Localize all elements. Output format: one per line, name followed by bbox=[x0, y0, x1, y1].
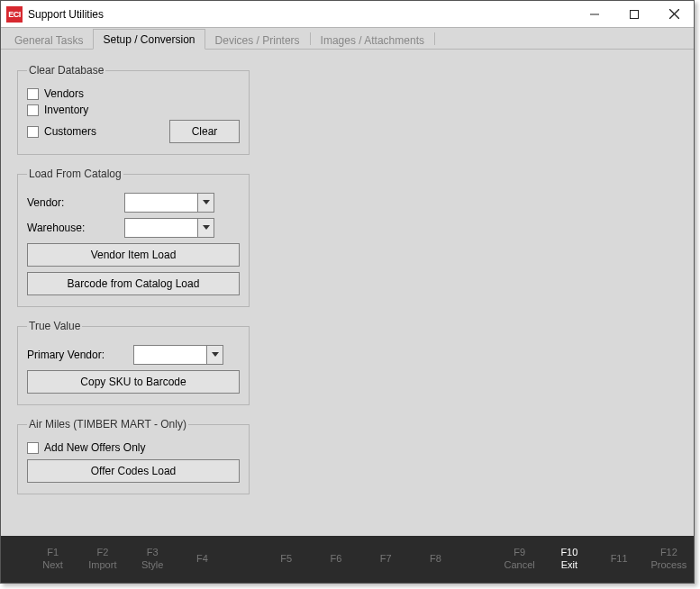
tab-separator bbox=[434, 32, 435, 45]
fkey-f6[interactable]: F6 bbox=[311, 553, 360, 566]
primary-vendor-label: Primary Vendor: bbox=[27, 349, 133, 361]
barcode-from-catalog-load-button[interactable]: Barcode from Catalog Load bbox=[27, 272, 240, 295]
tab-setup-conversion[interactable]: Setup / Conversion bbox=[93, 29, 205, 50]
fkey-f9[interactable]: F9 Cancel bbox=[495, 547, 544, 572]
vendor-combo-button[interactable] bbox=[197, 194, 214, 212]
close-button[interactable] bbox=[654, 1, 694, 27]
app-icon: ECI bbox=[6, 6, 23, 23]
fkey-key: F10 bbox=[544, 547, 594, 559]
group-load-from-catalog: Load From Catalog Vendor: Warehouse: bbox=[17, 168, 250, 307]
primary-vendor-combo-input[interactable] bbox=[134, 346, 206, 364]
fkey-key: F7 bbox=[361, 553, 411, 566]
fkey-key: F1 bbox=[28, 547, 77, 559]
fkey-label: Import bbox=[77, 559, 127, 572]
maximize-button[interactable] bbox=[614, 1, 654, 27]
chevron-down-icon bbox=[203, 225, 210, 231]
copy-sku-to-barcode-button[interactable]: Copy SKU to Barcode bbox=[27, 370, 240, 394]
warehouse-combo[interactable] bbox=[124, 218, 214, 238]
svg-marker-4 bbox=[203, 200, 210, 204]
fkey-label: Process bbox=[644, 559, 694, 572]
minimize-icon bbox=[590, 10, 599, 19]
group-clear-database: Clear Database Vendors Inventory Custome… bbox=[17, 64, 250, 155]
warehouse-combo-input[interactable] bbox=[125, 219, 197, 237]
svg-marker-6 bbox=[212, 352, 219, 357]
fkey-f5[interactable]: F5 bbox=[261, 553, 311, 566]
function-key-bar: F1 Next F2 Import F3 Style F4 F5 F6 F7 bbox=[1, 536, 694, 583]
app-window: ECI Support Utilities General Tasks Setu… bbox=[0, 0, 695, 584]
tab-devices-printers[interactable]: Devices / Printers bbox=[205, 30, 310, 50]
warehouse-combo-button[interactable] bbox=[197, 219, 214, 237]
fkey-f1[interactable]: F1 Next bbox=[28, 547, 77, 572]
svg-marker-5 bbox=[203, 225, 210, 230]
group-legend: Clear Database bbox=[27, 64, 105, 77]
fkey-key: F5 bbox=[261, 553, 311, 566]
checkbox-vendors[interactable] bbox=[27, 88, 39, 100]
primary-vendor-combo[interactable] bbox=[133, 345, 223, 365]
minimize-button[interactable] bbox=[575, 1, 614, 27]
fkey-f10[interactable]: F10 Exit bbox=[544, 547, 594, 572]
checkbox-add-new-offers-only[interactable] bbox=[27, 442, 39, 454]
fkey-f12[interactable]: F12 Process bbox=[644, 547, 694, 572]
fkey-label: Exit bbox=[544, 559, 594, 572]
content-area: Clear Database Vendors Inventory Custome… bbox=[1, 50, 694, 536]
fkey-label: Style bbox=[128, 559, 177, 572]
clear-button[interactable]: Clear bbox=[169, 120, 240, 143]
checkbox-vendors-label: Vendors bbox=[44, 87, 84, 100]
maximize-icon bbox=[630, 10, 639, 19]
tab-strip: General Tasks Setup / Conversion Devices… bbox=[1, 28, 694, 50]
fkey-f11[interactable]: F11 bbox=[595, 553, 644, 566]
checkbox-customers[interactable] bbox=[27, 126, 39, 138]
offer-codes-load-button[interactable]: Offer Codes Load bbox=[27, 459, 240, 483]
fkey-f4[interactable]: F4 bbox=[177, 553, 227, 566]
primary-vendor-combo-button[interactable] bbox=[206, 346, 223, 364]
fkey-f3[interactable]: F3 Style bbox=[128, 547, 177, 572]
group-legend: Air Miles (TIMBER MART - Only) bbox=[27, 418, 188, 430]
fkey-key: F2 bbox=[77, 547, 127, 559]
group-legend: True Value bbox=[27, 320, 82, 332]
window-title: Support Utilities bbox=[28, 8, 104, 21]
chevron-down-icon bbox=[203, 200, 210, 205]
fkey-key: F12 bbox=[644, 547, 694, 559]
fkey-f7[interactable]: F7 bbox=[361, 553, 411, 566]
group-air-miles: Air Miles (TIMBER MART - Only) Add New O… bbox=[17, 418, 250, 494]
tab-images-attachments[interactable]: Images / Attachments bbox=[311, 30, 434, 50]
chevron-down-icon bbox=[212, 352, 219, 358]
checkbox-inventory-label: Inventory bbox=[44, 104, 88, 116]
vendor-combo-input[interactable] bbox=[125, 194, 197, 212]
close-icon bbox=[669, 9, 679, 19]
fkey-key: F8 bbox=[411, 553, 460, 566]
title-bar: ECI Support Utilities bbox=[1, 1, 694, 28]
tab-general-tasks[interactable]: General Tasks bbox=[5, 30, 93, 50]
warehouse-label: Warehouse: bbox=[27, 222, 124, 234]
vendor-label: Vendor: bbox=[27, 196, 124, 209]
group-true-value: True Value Primary Vendor: Copy SKU to B… bbox=[17, 320, 250, 405]
fkey-key: F4 bbox=[177, 553, 227, 566]
fkey-key: F11 bbox=[595, 553, 644, 566]
fkey-label: Next bbox=[28, 559, 77, 572]
fkey-f2[interactable]: F2 Import bbox=[77, 547, 127, 572]
checkbox-customers-label: Customers bbox=[44, 125, 96, 138]
fkey-key: F9 bbox=[495, 547, 544, 559]
vendor-item-load-button[interactable]: Vendor Item Load bbox=[27, 243, 240, 267]
checkbox-inventory[interactable] bbox=[27, 104, 39, 116]
fkey-key: F3 bbox=[128, 547, 177, 559]
checkbox-add-new-offers-only-label: Add New Offers Only bbox=[44, 441, 146, 454]
fkey-key: F6 bbox=[311, 553, 360, 566]
group-legend: Load From Catalog bbox=[27, 168, 123, 180]
vendor-combo[interactable] bbox=[124, 193, 214, 213]
svg-rect-1 bbox=[631, 10, 639, 18]
fkey-f8[interactable]: F8 bbox=[411, 553, 460, 566]
fkey-label: Cancel bbox=[495, 559, 544, 572]
